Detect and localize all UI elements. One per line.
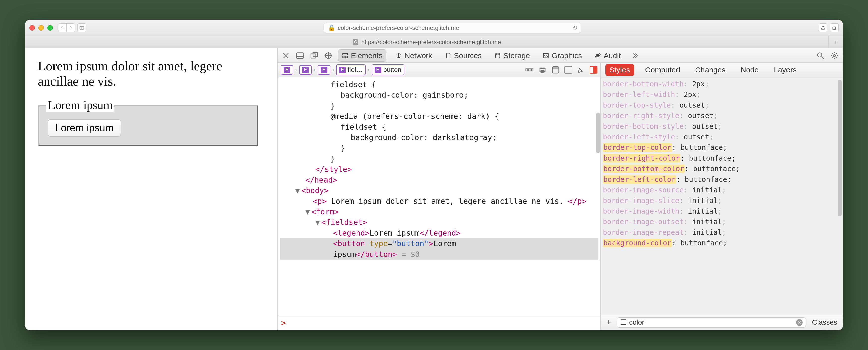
tab-elements[interactable]: Elements bbox=[338, 50, 386, 62]
style-rule[interactable]: border-top-style: outset; bbox=[603, 100, 841, 111]
close-window-button[interactable] bbox=[29, 25, 35, 31]
style-rule[interactable]: border-image-source: initial; bbox=[603, 185, 841, 196]
gear-icon[interactable] bbox=[830, 51, 839, 60]
new-tab-button[interactable]: + bbox=[829, 36, 843, 48]
tabs-button[interactable] bbox=[830, 24, 839, 32]
crumb-2[interactable]: E bbox=[299, 65, 312, 75]
rule-property: background-color bbox=[603, 239, 672, 247]
print-styles-icon[interactable] bbox=[538, 66, 547, 74]
tab-changes[interactable]: Changes bbox=[691, 64, 730, 76]
styles-sidebar: Styles Computed Changes Node Layers bord… bbox=[600, 63, 843, 330]
fullscreen-window-button[interactable] bbox=[48, 25, 53, 31]
forward-button[interactable] bbox=[66, 24, 75, 32]
svg-rect-12 bbox=[345, 56, 348, 58]
tab-elements-label: Elements bbox=[351, 51, 382, 60]
rule-property: border-top-style bbox=[603, 101, 671, 109]
style-rule[interactable]: border-right-style: outset; bbox=[603, 111, 841, 121]
filter-input[interactable]: ☰ color ✕ bbox=[617, 317, 806, 327]
tab-graphics-label: Graphics bbox=[552, 51, 582, 60]
disclosure-triangle-icon[interactable]: ▼ bbox=[315, 217, 321, 228]
style-rule[interactable]: border-image-slice: initial; bbox=[603, 196, 841, 206]
tab-sources[interactable]: Sources bbox=[441, 50, 485, 61]
style-rule[interactable]: border-image-width: initial; bbox=[603, 206, 841, 217]
style-rule[interactable]: border-bottom-width: 2px; bbox=[603, 79, 841, 89]
scrollbar-thumb[interactable] bbox=[596, 113, 600, 153]
address-bar[interactable]: 🔒 color-scheme-prefers-color-scheme.glit… bbox=[324, 23, 581, 33]
svg-rect-23 bbox=[552, 67, 559, 69]
tab-audit[interactable]: Audit bbox=[591, 50, 624, 61]
rule-property: border-bottom-style bbox=[603, 122, 684, 130]
devtools: Elements Network Sources Storage bbox=[278, 49, 843, 330]
svg-rect-0 bbox=[80, 26, 84, 29]
style-rule[interactable]: border-image-repeat: initial; bbox=[603, 227, 841, 238]
scrollbar-thumb[interactable] bbox=[838, 80, 842, 216]
tab-graphics[interactable]: Graphics bbox=[539, 50, 585, 61]
sidebar-footer: + ☰ color ✕ Classes bbox=[601, 314, 843, 330]
tab-network-label: Network bbox=[404, 51, 432, 60]
rule-property: border-image-width bbox=[603, 207, 679, 215]
style-rule[interactable]: border-right-color: buttonface; bbox=[603, 153, 841, 164]
style-rule[interactable]: border-bottom-color: buttonface; bbox=[603, 164, 841, 174]
rule-value: initial bbox=[688, 197, 718, 205]
svg-rect-18 bbox=[526, 69, 533, 71]
pick-element-icon[interactable] bbox=[324, 51, 333, 60]
rulers-icon[interactable] bbox=[525, 66, 534, 74]
new-rule-button[interactable]: + bbox=[604, 318, 613, 327]
style-rule[interactable]: border-top-color: buttonface; bbox=[603, 142, 841, 153]
style-rule[interactable]: background-color: buttonface; bbox=[603, 238, 841, 249]
tab-node[interactable]: Node bbox=[737, 64, 763, 76]
crumb-fieldset[interactable]: Efiel… bbox=[336, 64, 366, 75]
minimize-window-button[interactable] bbox=[38, 25, 44, 31]
classes-button[interactable]: Classes bbox=[810, 318, 839, 326]
crumb-3[interactable]: E bbox=[318, 65, 330, 75]
rule-value: buttonface bbox=[680, 143, 723, 152]
address-text: color-scheme-prefers-color-scheme.glitch… bbox=[338, 24, 459, 31]
rule-property: border-image-outset bbox=[603, 218, 684, 226]
style-rule[interactable]: border-bottom-style: outset; bbox=[603, 121, 841, 132]
dock-bottom-icon[interactable] bbox=[296, 51, 304, 60]
close-devtools-icon[interactable] bbox=[282, 51, 290, 60]
selected-dom-node[interactable]: <button type="button">Lorem bbox=[280, 238, 598, 249]
color-scheme-icon[interactable] bbox=[551, 66, 560, 74]
devtools-toolbar: Elements Network Sources Storage bbox=[278, 49, 843, 63]
back-button[interactable] bbox=[58, 24, 67, 32]
page-legend: Lorem ipsum bbox=[46, 98, 114, 112]
tab-styles[interactable]: Styles bbox=[605, 64, 634, 76]
lock-icon: 🔒 bbox=[328, 24, 335, 31]
tab-storage[interactable]: Storage bbox=[491, 50, 533, 61]
sidebar-toggle-button[interactable] bbox=[78, 24, 86, 32]
reload-icon[interactable]: ↻ bbox=[572, 24, 578, 31]
disclosure-triangle-icon[interactable]: ▼ bbox=[295, 185, 301, 196]
console-prompt[interactable]: > bbox=[278, 315, 600, 330]
compositing-icon[interactable] bbox=[564, 66, 572, 74]
dom-panel: E › E › E › Efiel… › Ebutton bbox=[278, 63, 600, 330]
crumb-button[interactable]: Ebutton bbox=[372, 64, 404, 75]
tab-computed[interactable]: Computed bbox=[641, 64, 684, 76]
rule-value: buttonface bbox=[685, 175, 727, 183]
style-rule[interactable]: border-image-outset: initial; bbox=[603, 217, 841, 227]
rule-value: outset bbox=[684, 133, 709, 141]
svg-line-16 bbox=[821, 57, 824, 59]
tab-layers[interactable]: Layers bbox=[770, 64, 801, 76]
style-rule[interactable]: border-left-color: buttonface; bbox=[603, 174, 841, 185]
style-rule[interactable]: border-left-width: 2px; bbox=[603, 89, 841, 100]
console-chevron-icon: > bbox=[281, 318, 286, 328]
search-icon[interactable] bbox=[816, 51, 825, 60]
disclosure-triangle-icon[interactable]: ▼ bbox=[305, 207, 311, 217]
rule-value: buttonface bbox=[693, 165, 736, 173]
browser-tab[interactable]: C https://color-scheme-prefers-color-sch… bbox=[25, 36, 829, 48]
tab-network[interactable]: Network bbox=[392, 50, 436, 61]
crumb-1[interactable]: E bbox=[281, 65, 293, 75]
style-rules-list[interactable]: border-bottom-width: 2px;border-left-wid… bbox=[601, 77, 843, 314]
dock-popout-icon[interactable] bbox=[310, 51, 318, 60]
clear-filter-button[interactable]: ✕ bbox=[796, 319, 803, 326]
paint-icon[interactable] bbox=[577, 66, 585, 74]
dom-tree[interactable]: fieldset { background-color: gainsboro; … bbox=[278, 77, 600, 315]
rule-value: 2px bbox=[692, 80, 705, 88]
layout-overlay-icon[interactable] bbox=[590, 66, 597, 74]
page-button[interactable]: Lorem ipsum bbox=[48, 119, 121, 136]
style-rule[interactable]: border-left-style: outset; bbox=[603, 132, 841, 142]
rule-value: outset bbox=[692, 122, 718, 130]
overflow-icon[interactable] bbox=[630, 51, 639, 60]
share-button[interactable] bbox=[818, 24, 827, 32]
